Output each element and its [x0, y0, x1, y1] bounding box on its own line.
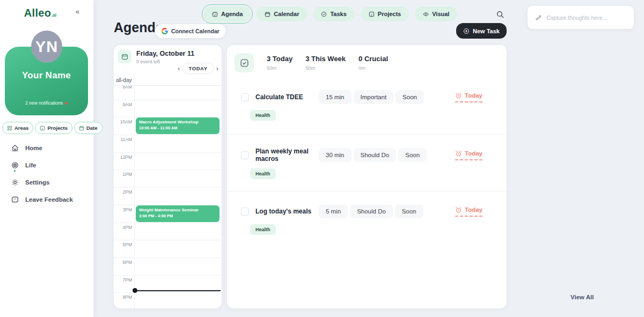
- task-tag-health[interactable]: Health: [250, 224, 276, 235]
- task-checkbox[interactable]: [241, 93, 249, 101]
- areas-grid-icon: [7, 126, 12, 131]
- task-priority-pill[interactable]: Should Do: [354, 148, 397, 162]
- sidebar-item-settings[interactable]: Settings: [11, 174, 93, 191]
- calendar-icon: [79, 126, 84, 131]
- capture-thoughts-input[interactable]: [546, 14, 627, 21]
- stat-label: 3 Today: [267, 55, 292, 63]
- sidebar: Alleo.ai « Your Name 2 new notifications…: [0, 0, 93, 317]
- hour-label: 8AM: [114, 86, 132, 90]
- task-checkbox[interactable]: [241, 151, 249, 159]
- hour-label: 12PM: [114, 154, 132, 160]
- plus-circle-icon: [463, 28, 470, 34]
- check-square-icon: [235, 53, 254, 72]
- stat-label: 3 This Week: [305, 55, 346, 63]
- tab-label: Visual: [432, 11, 449, 17]
- tab-projects[interactable]: Projects: [361, 6, 409, 21]
- hour-label: 11AM: [114, 137, 132, 142]
- stat-minutes: 50m: [305, 65, 346, 71]
- task-due-badge[interactable]: Today: [455, 92, 482, 102]
- task-tag-health[interactable]: Health: [250, 168, 276, 179]
- agenda-icon: [212, 11, 218, 17]
- stat-crucial: 0 Crucial 0m: [358, 53, 388, 71]
- collapse-sidebar-icon[interactable]: «: [76, 8, 79, 16]
- tab-tasks[interactable]: Tasks: [313, 6, 354, 21]
- new-task-button[interactable]: New Task: [456, 23, 507, 39]
- task-tag-health[interactable]: Health: [250, 110, 276, 121]
- day-grid: 8AM 9AM 10AM 11AM 12PM 1PM 2PM 3PM 4PM 5…: [114, 86, 222, 308]
- sidebar-item-label: Settings: [25, 179, 49, 186]
- task-tags: Health: [241, 109, 499, 121]
- hour-row: 8PM: [114, 292, 222, 308]
- hour-row: 11AM: [114, 135, 222, 152]
- new-task-label: New Task: [473, 28, 500, 34]
- hour-label: 3PM: [114, 207, 132, 212]
- tasks-panel: 3 Today 50m 3 This Week 50m 0 Crucial 0m…: [227, 45, 507, 308]
- hour-row: 12PM: [114, 152, 222, 170]
- task-title: Plan weekly meal macros: [255, 148, 319, 163]
- task-priority-pill[interactable]: Important: [354, 90, 394, 104]
- stat-label: 0 Crucial: [358, 55, 388, 63]
- sidebar-item-leave-feedback[interactable]: Leave Feedback: [11, 191, 93, 208]
- task-urgency-pill[interactable]: Soon: [396, 90, 424, 104]
- tab-agenda[interactable]: Agenda: [204, 6, 251, 21]
- event-time: 3:00 PM - 4:00 PM: [139, 213, 216, 218]
- filter-label: Areas: [14, 125, 28, 131]
- sidebar-item-life[interactable]: Life: [11, 157, 93, 174]
- avatar[interactable]: YN: [31, 31, 62, 63]
- sidebar-item-label: Leave Feedback: [25, 196, 73, 203]
- task-item: Calculate TDEE 15 min Important Soon Tod…: [227, 77, 507, 134]
- calendar-icon: [265, 11, 270, 17]
- app-root: Alleo.ai « Your Name 2 new notifications…: [0, 0, 644, 317]
- task-due-badge[interactable]: Today: [455, 150, 482, 160]
- prev-day-icon[interactable]: ‹: [178, 65, 180, 72]
- stat-minutes: 0m: [358, 65, 388, 71]
- stat-this-week: 3 This Week 50m: [305, 53, 346, 71]
- task-urgency-pill[interactable]: Soon: [395, 204, 423, 218]
- main-tabs: Agenda Calendar Tasks Projects Visual: [204, 6, 457, 21]
- current-time-line: [136, 290, 221, 291]
- time-column-divider: [134, 75, 135, 308]
- task-row: Log today's meals 5 min Should Do Soon T…: [241, 204, 499, 218]
- life-indicator-dot: [14, 170, 16, 172]
- next-day-icon[interactable]: ›: [216, 65, 218, 72]
- today-button[interactable]: TODAY: [182, 63, 213, 74]
- task-duration-pill[interactable]: 30 min: [319, 148, 352, 162]
- event-title: Weight Maintenance Seminar: [139, 208, 216, 212]
- task-duration-pill[interactable]: 15 min: [319, 90, 352, 104]
- tab-calendar[interactable]: Calendar: [257, 6, 307, 21]
- sidebar-item-home[interactable]: Home: [11, 139, 93, 157]
- calendar-event[interactable]: Macro Adjustment Workshop 10:00 AM - 11:…: [136, 117, 219, 134]
- filter-date-button[interactable]: Date: [74, 122, 103, 134]
- task-due-label: Today: [465, 207, 482, 213]
- search-icon[interactable]: [496, 10, 504, 19]
- hour-row: 9AM: [114, 100, 222, 117]
- filter-label: Projects: [47, 125, 68, 131]
- hour-label: 6PM: [114, 260, 132, 265]
- task-urgency-pill[interactable]: Soon: [398, 148, 427, 162]
- filter-projects-button[interactable]: Projects: [35, 122, 72, 134]
- filter-areas-button[interactable]: Areas: [2, 122, 33, 134]
- view-all-link[interactable]: View All: [570, 294, 594, 300]
- task-item: Plan weekly meal macros 30 min Should Do…: [227, 134, 507, 191]
- task-duration-pill[interactable]: 5 min: [319, 204, 348, 218]
- home-icon: [11, 144, 19, 152]
- alarm-clock-icon: [455, 207, 462, 213]
- hour-label: 8PM: [114, 294, 132, 300]
- user-name: Your Name: [5, 70, 88, 81]
- tab-label: Projects: [378, 11, 401, 17]
- all-day-label: all-day: [114, 75, 222, 83]
- tab-visual[interactable]: Visual: [415, 6, 457, 21]
- task-due-badge[interactable]: Today: [455, 207, 482, 217]
- task-checkbox[interactable]: [241, 208, 249, 216]
- connect-calendar-button[interactable]: Connect Calendar: [155, 24, 226, 39]
- tab-label: Tasks: [330, 11, 346, 17]
- logo-text: Alleo: [24, 7, 51, 19]
- notification-dot-icon: [65, 102, 68, 105]
- notifications-text[interactable]: 2 new notifications: [5, 100, 88, 106]
- sidebar-filter-row: Areas Projects Date: [2, 122, 103, 134]
- target-icon: [11, 161, 19, 169]
- calendar-nav: ‹ TODAY ›: [178, 63, 218, 74]
- task-priority-pill[interactable]: Should Do: [350, 204, 393, 218]
- hour-row: 5PM: [114, 240, 222, 257]
- calendar-event[interactable]: Weight Maintenance Seminar 3:00 PM - 4:0…: [136, 205, 219, 222]
